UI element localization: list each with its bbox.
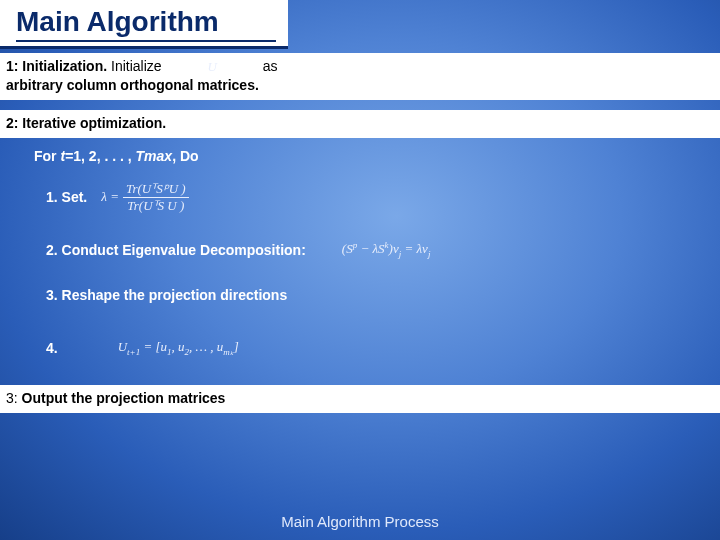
substep-4: 4. Ut+1 = [u1, u2, … , umₖ] <box>46 339 700 357</box>
step-1-tail-a: as <box>263 58 278 74</box>
substep-3: 3. Reshape the projection directions <box>46 287 700 303</box>
step-1-mid: Initialize <box>107 58 161 74</box>
eq2-j2: j <box>428 249 431 259</box>
title-box: Main Algorithm <box>0 0 288 49</box>
step-1: 1: Initialization. Initialize U as arbit… <box>0 53 720 100</box>
for-prefix: For <box>34 148 60 164</box>
substep-2: 2. Conduct Eigenvalue Decomposition: (Sp… <box>46 240 700 259</box>
slide-title: Main Algorithm <box>16 6 276 38</box>
substep-1-label: 1. Set. <box>46 189 87 205</box>
title-underline <box>16 40 276 42</box>
eq2-c: )ν <box>389 241 399 256</box>
for-line: For t=1, 2, . . . , Tmax, Do <box>34 148 700 164</box>
for-tmax: Tmax <box>136 148 173 164</box>
step-3: 3: Output the projection matrices <box>0 385 720 413</box>
substep-2-label: 2. Conduct Eigenvalue Decomposition: <box>46 242 306 258</box>
footer-caption: Main Algorithm Process <box>0 513 720 530</box>
eq2-d: = λν <box>401 241 428 256</box>
substep-3-label: 3. Reshape the projection directions <box>46 287 287 303</box>
eq4-a: U <box>118 339 127 354</box>
for-do: , Do <box>172 148 198 164</box>
substep-2-formula: (Sp − λSk)νj = λνj <box>342 240 431 259</box>
fraction: Tr(UᵀSᵖU ) Tr(UᵀS U ) <box>123 182 189 212</box>
eq4-d: , … , u <box>189 339 223 354</box>
eq4-m: mₖ <box>223 347 234 357</box>
eq4-c: , u <box>172 339 185 354</box>
eq4-t1: t+1 <box>127 347 140 357</box>
step-2: 2: Iterative optimization. <box>0 110 720 138</box>
eq4-b: = [u <box>140 339 167 354</box>
for-rest: =1, 2, . . . , <box>65 148 135 164</box>
frac-den: Tr(UᵀS U ) <box>124 199 187 213</box>
substep-1-formula: λ = Tr(UᵀSᵖU ) Tr(UᵀS U ) <box>101 182 188 212</box>
slide: Main Algorithm 1: Initialization. Initia… <box>0 0 720 540</box>
step-1-var: U <box>207 59 216 74</box>
eq4-e: ] <box>234 339 239 354</box>
step-2-heading: 2: Iterative optimization. <box>6 115 166 131</box>
frac-num: Tr(UᵀSᵖU ) <box>123 182 189 196</box>
substep-1: 1. Set. λ = Tr(UᵀSᵖU ) Tr(UᵀS U ) <box>46 182 700 212</box>
step-3-text: Output the projection matrices <box>22 390 226 406</box>
step-2-body: For t=1, 2, . . . , Tmax, Do 1. Set. λ =… <box>0 138 720 357</box>
substep-4-formula: Ut+1 = [u1, u2, … , umₖ] <box>118 339 239 357</box>
lambda-eq: λ = <box>101 189 119 205</box>
substep-4-label: 4. <box>46 340 58 356</box>
step-1-prefix: 1: Initialization. <box>6 58 107 74</box>
step-3-prefix: 3: <box>6 390 22 406</box>
step-1-line2: arbitrary column orthogonal matrices. <box>6 77 259 93</box>
eq2-b: − λS <box>357 241 384 256</box>
eq2-a: (S <box>342 241 353 256</box>
